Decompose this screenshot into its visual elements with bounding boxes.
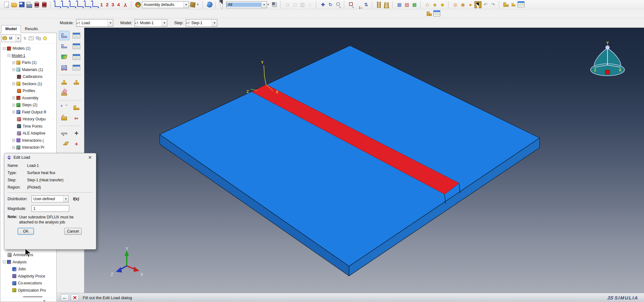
expand-expander[interactable]: +: [12, 68, 15, 71]
undo-icon[interactable]: ↶: [482, 1, 489, 8]
save-icon[interactable]: [18, 1, 25, 8]
model-tree-item-interaction-pr[interactable]: +Interaction Pr: [0, 144, 56, 151]
cut-b-icon[interactable]: ◉: [459, 1, 467, 8]
query-rect-icon[interactable]: □: [291, 1, 299, 8]
chevron-down-icon[interactable]: ▼: [15, 35, 21, 42]
model-tree-item-sections-1[interactable]: +Sections (1): [0, 80, 56, 88]
predefined-field-manager-button[interactable]: [71, 52, 82, 62]
chevron-down-icon[interactable]: ▼: [212, 19, 217, 26]
link-items-icon[interactable]: [36, 36, 41, 40]
cursor-icon[interactable]: [219, 1, 226, 8]
module-combo[interactable]: ▲▼ Load ▼: [76, 19, 113, 27]
ladder-persp-icon[interactable]: [383, 1, 390, 8]
view-left-icon[interactable]: [84, 1, 91, 8]
expand-expander[interactable]: +: [12, 82, 15, 85]
part-region-button[interactable]: [71, 103, 82, 113]
expand-expander[interactable]: +: [12, 146, 15, 149]
expand-expander[interactable]: +: [12, 61, 15, 64]
layers-cube-icon[interactable]: ▩: [411, 1, 418, 8]
expand-expander[interactable]: +: [12, 111, 15, 113]
model-tree-item-field-output-r[interactable]: +Field Output R: [0, 109, 56, 116]
select-tool-icon[interactable]: [474, 1, 482, 8]
step-combo[interactable]: ▲▼ Step-1 ▼: [186, 19, 217, 27]
wireframe-render-icon[interactable]: ◇: [424, 1, 431, 8]
hiddenline-render-icon[interactable]: ◈: [431, 1, 439, 8]
expand-expander[interactable]: +: [12, 139, 15, 142]
attribute-manager-icon[interactable]: [433, 10, 441, 18]
view-compass[interactable]: Y Z X: [591, 41, 625, 76]
cycle-views-icon[interactable]: ⇅: [362, 1, 370, 8]
view-bottom-icon[interactable]: [76, 1, 84, 8]
create-load-case-button[interactable]: [59, 63, 69, 72]
view-4-button[interactable]: 4: [116, 2, 121, 7]
render-cube-icon[interactable]: [189, 1, 197, 8]
tree-horizontal-scrollbar[interactable]: [23, 296, 42, 297]
cut-c-icon[interactable]: ●: [467, 1, 474, 8]
query-box-icon[interactable]: □: [284, 1, 291, 8]
cut-a-icon[interactable]: ◎: [452, 1, 459, 8]
viewport[interactable]: Y X Z Y Z X: [84, 28, 644, 293]
cancel-procedure-button[interactable]: ✕: [71, 294, 79, 301]
fit-view-icon[interactable]: ↔↕: [355, 1, 362, 8]
back-arrow-button[interactable]: ←: [61, 294, 69, 301]
analysis-tree-item-jobs[interactable]: Jobs: [0, 266, 56, 273]
chevron-down-icon[interactable]: ▼: [108, 19, 113, 26]
mesh-cube-icon[interactable]: ▦: [396, 1, 403, 8]
datum-axes-button[interactable]: ✛: [71, 129, 82, 138]
info-icon[interactable]: i: [206, 1, 213, 8]
close-icon[interactable]: ✕: [86, 155, 93, 160]
model-tree-item-calibrations[interactable]: Calibrations: [0, 73, 56, 80]
chevron-down-icon[interactable]: ▼: [197, 3, 200, 6]
ladder-icon[interactable]: [375, 1, 383, 8]
foundation-b-button[interactable]: [71, 78, 82, 87]
view-3-button[interactable]: 3: [110, 2, 116, 7]
spool-red-icon[interactable]: [33, 1, 41, 8]
chevron-down-icon[interactable]: ▼: [162, 19, 167, 26]
model-tree-item-materials-1[interactable]: +Materials (1): [0, 66, 56, 74]
ok-button[interactable]: OK: [18, 228, 34, 235]
spool-red2-icon[interactable]: [41, 1, 48, 8]
view-front-icon[interactable]: [53, 1, 61, 8]
load-case-manager-button[interactable]: [71, 63, 82, 72]
distribution-combo[interactable]: User-defined ▼: [31, 195, 69, 202]
create-bc-button[interactable]: [59, 41, 69, 51]
sort-icon[interactable]: ⇅: [23, 36, 26, 41]
analysis-tree-item-adaptivity-proce[interactable]: Adaptivity Proce: [0, 273, 56, 280]
collapse-folder-icon[interactable]: ⌃: [29, 36, 34, 40]
tree-database-combo[interactable]: M ▼: [2, 35, 21, 42]
collapse-expander[interactable]: −: [3, 261, 6, 263]
tab-model[interactable]: Model: [1, 25, 21, 33]
shaded-render-icon[interactable]: ◆: [439, 1, 446, 8]
spring-dashpot-button[interactable]: [59, 114, 69, 123]
part-copy-icon[interactable]: [502, 1, 510, 8]
view-2-button[interactable]: 2: [104, 2, 110, 7]
model-tree-item-ale-adaptive[interactable]: ALE Adaptive: [0, 130, 56, 137]
model-combo[interactable]: ▲▼ Model-1 ▼: [135, 19, 167, 27]
options-table-icon[interactable]: [517, 1, 525, 8]
pan-icon[interactable]: ✚: [319, 1, 327, 8]
dialog-titlebar[interactable]: Edit Load ✕: [4, 153, 96, 162]
redo-icon[interactable]: ↷: [489, 1, 497, 8]
expand-expander[interactable]: +: [12, 96, 15, 99]
compass-y-handle[interactable]: [606, 46, 609, 49]
magnitude-input[interactable]: 1: [31, 205, 69, 212]
analysis-tree-item-co-executions[interactable]: Co-executions: [0, 280, 56, 287]
rotate-icon[interactable]: ↻: [327, 1, 334, 8]
model-tree-item-history-outpu[interactable]: History Outpu: [0, 116, 56, 123]
model-tree-item-models-1[interactable]: −Models (1): [0, 45, 56, 52]
edit-selection-button[interactable]: [59, 103, 69, 113]
swap-selection-icon[interactable]: [271, 1, 278, 8]
model-tree-item-steps-2[interactable]: +Steps (2): [0, 102, 56, 109]
model-tree-item-assembly[interactable]: +Assembly: [0, 95, 56, 102]
part-copy-small-icon[interactable]: [510, 1, 517, 8]
lasso-icon[interactable]: ◌: [306, 1, 314, 8]
collapse-expander[interactable]: −: [3, 47, 6, 50]
cancel-button[interactable]: Cancel: [64, 228, 82, 235]
new-model-icon[interactable]: [3, 1, 10, 8]
color-palette-icon[interactable]: [134, 1, 142, 8]
compass-origin-handle[interactable]: [605, 70, 610, 74]
iso-view-icon[interactable]: Y: [121, 1, 129, 8]
color-mappings-combo[interactable]: Assembly defaults▼: [142, 1, 189, 8]
view-right-icon[interactable]: [91, 1, 99, 8]
zoom-box-icon[interactable]: [347, 1, 355, 8]
